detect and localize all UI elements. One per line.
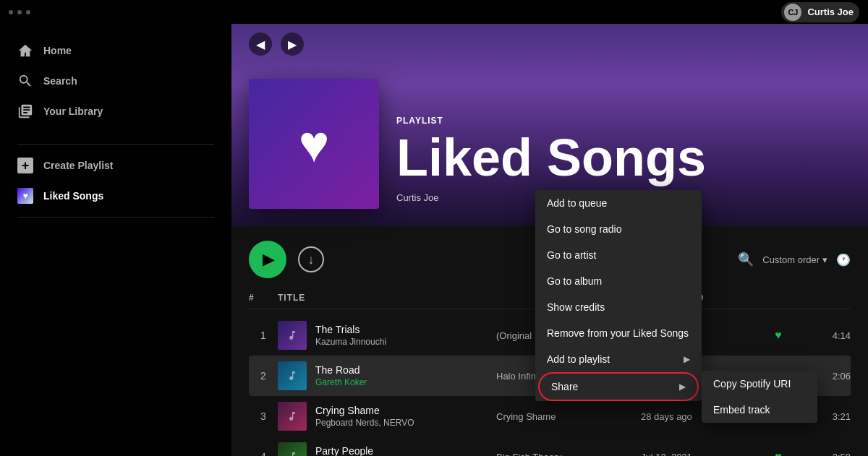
sidebar-home-label: Home <box>43 45 72 56</box>
remove-liked-label: Remove from your Liked Songs <box>547 327 689 339</box>
sidebar-item-home[interactable]: Home <box>0 35 231 66</box>
heart-icon: ♥ <box>299 114 330 173</box>
track-title: The Road <box>315 364 367 376</box>
track-info: Party People E Vince Staples <box>315 445 382 456</box>
track-artist: Kazuma Jinnouchi <box>315 337 386 347</box>
context-share-wrapper: Share ▶ Copy Spotify URI Embed track <box>535 372 702 401</box>
sidebar-nav: Home Search Your Library <box>0 30 231 138</box>
context-go-to-artist[interactable]: Go to artist <box>535 242 702 268</box>
user-menu[interactable]: CJ Curtis Joe <box>781 2 859 22</box>
row-like-icon: ♥ <box>749 329 807 342</box>
avatar: CJ <box>784 4 801 21</box>
row-like-icon: ♥ <box>749 450 807 456</box>
track-title: Party People <box>315 445 382 456</box>
context-remove-liked[interactable]: Remove from your Liked Songs <box>535 320 702 346</box>
dot-3 <box>26 10 30 14</box>
col-like <box>749 293 807 303</box>
sidebar: Home Search Your Library <box>0 24 231 456</box>
track-info: The Trials Kazuma Jinnouchi <box>315 324 386 347</box>
sidebar-create-playlist[interactable]: + Create Playlist <box>0 150 231 181</box>
embed-track[interactable]: Embed track <box>702 397 817 423</box>
user-name: Curtis Joe <box>807 7 854 17</box>
dot-2 <box>17 10 22 14</box>
playlist-title: Liked Songs <box>396 132 706 184</box>
add-to-playlist-label: Add to playlist <box>547 353 610 365</box>
chevron-down-icon: ▾ <box>822 254 827 265</box>
main-layout: Home Search Your Library <box>0 24 868 456</box>
context-show-credits[interactable]: Show credits <box>535 294 702 320</box>
row-track: Crying Shame Pegboard Nerds, NERVO <box>278 402 496 431</box>
download-icon: ↓ <box>308 252 315 267</box>
header-nav: ◀ ▶ <box>231 24 321 64</box>
top-bar: CJ Curtis Joe <box>0 0 868 24</box>
row-track: Party People E Vince Staples <box>278 442 496 456</box>
context-go-to-album[interactable]: Go to album <box>535 268 702 294</box>
show-credits-label: Show credits <box>547 301 605 313</box>
forward-button[interactable]: ▶ <box>281 33 304 56</box>
track-thumbnail <box>278 361 307 390</box>
context-share[interactable]: Share ▶ <box>538 372 699 401</box>
custom-order-label: Custom order <box>762 254 820 265</box>
row-date: Jul 12, 2021 <box>641 452 749 457</box>
dot-1 <box>9 10 13 14</box>
col-num: # <box>249 293 278 303</box>
track-title: The Trials <box>315 324 386 335</box>
sidebar-item-library[interactable]: Your Library <box>0 96 231 126</box>
go-to-album-label: Go to album <box>547 275 602 287</box>
back-button[interactable]: ◀ <box>249 33 272 56</box>
context-menu[interactable]: Add to queue Go to song radio Go to arti… <box>535 190 702 401</box>
track-info: Crying Shame Pegboard Nerds, NERVO <box>315 405 414 428</box>
search-icon <box>17 73 33 89</box>
context-song-radio[interactable]: Go to song radio <box>535 216 702 242</box>
row-track: The Trials Kazuma Jinnouchi <box>278 321 496 350</box>
custom-order-select[interactable]: Custom order ▾ <box>762 254 827 265</box>
go-to-artist-label: Go to artist <box>547 249 596 261</box>
row-number: 4 <box>249 451 278 456</box>
liked-songs-label: Liked Songs <box>43 190 103 202</box>
context-add-to-queue[interactable]: Add to queue <box>535 190 702 216</box>
embed-track-label: Embed track <box>713 404 770 416</box>
sidebar-divider <box>17 144 214 145</box>
track-thumbnail <box>278 402 307 431</box>
share-chevron-icon: ▶ <box>679 382 686 392</box>
controls-right: 🔍 Custom order ▾ 🕐 <box>738 251 851 267</box>
share-label: Share <box>551 381 578 392</box>
track-title: Crying Shame <box>315 405 414 416</box>
play-icon: ▶ <box>263 250 275 269</box>
home-icon <box>17 43 33 59</box>
row-number: 1 <box>249 330 278 341</box>
playlist-type-label: PLAYLIST <box>396 116 706 126</box>
create-playlist-label: Create Playlist <box>43 160 114 171</box>
liked-songs-icon: ♥ <box>17 188 33 204</box>
table-row[interactable]: 4 Party People E Vince Staples Big Fish … <box>249 436 851 456</box>
sidebar-search-label: Search <box>43 75 77 87</box>
row-duration: 2:59 <box>807 452 851 457</box>
track-thumbnail <box>278 321 307 350</box>
row-album: Big Fish Theory <box>496 452 641 457</box>
play-button[interactable]: ▶ <box>249 241 286 278</box>
playlist-art: ♥ <box>249 79 379 209</box>
col-title: TITLE <box>278 293 496 303</box>
add-to-queue-label: Add to queue <box>547 197 607 209</box>
content-area: ◀ ▶ ♥ PLAYLIST Liked Songs Curtis Joe ▶ … <box>231 24 868 456</box>
sidebar-liked-songs[interactable]: ♥ Liked Songs <box>0 181 231 211</box>
track-artist: Gareth Koker <box>315 377 367 387</box>
add-icon: + <box>17 158 33 173</box>
track-info: The Road Gareth Koker <box>315 364 367 387</box>
copy-spotify-uri[interactable]: Copy Spotify URI <box>702 371 817 397</box>
sidebar-item-search[interactable]: Search <box>0 66 231 96</box>
track-thumbnail <box>278 442 307 456</box>
sidebar-library-label: Your Library <box>43 106 103 117</box>
row-number: 3 <box>249 410 278 422</box>
row-duration: 4:14 <box>807 330 851 341</box>
library-icon <box>17 103 33 119</box>
sidebar-divider-2 <box>17 217 214 218</box>
col-duration <box>807 293 851 303</box>
row-number: 2 <box>249 370 278 382</box>
context-add-to-playlist[interactable]: Add to playlist ▶ <box>535 346 702 372</box>
song-radio-label: Go to song radio <box>547 223 622 235</box>
share-submenu: Copy Spotify URI Embed track <box>702 371 817 423</box>
row-album: Crying Shame <box>496 411 641 422</box>
table-search-icon[interactable]: 🔍 <box>738 251 754 267</box>
download-button[interactable]: ↓ <box>298 246 324 272</box>
